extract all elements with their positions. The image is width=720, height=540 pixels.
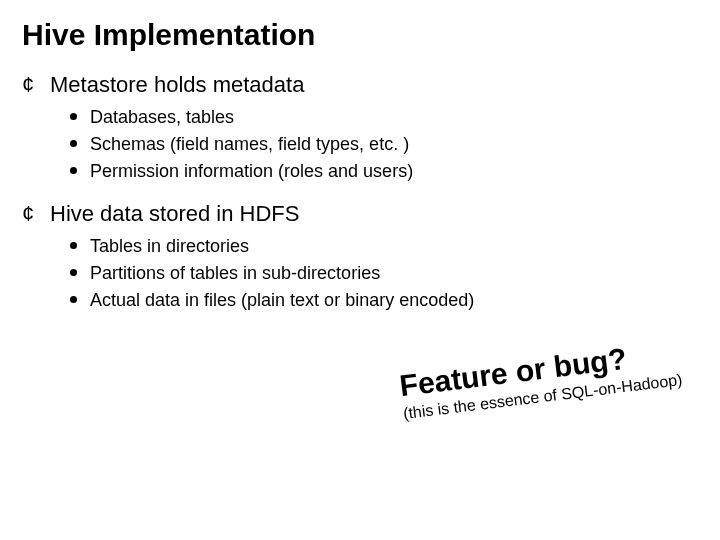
sub-bullet-text: Tables in directories — [90, 236, 249, 256]
bullet-list-level1: Metastore holds metadata Databases, tabl… — [22, 72, 698, 314]
bullet-list-level2: Tables in directories Partitions of tabl… — [66, 233, 698, 314]
bullet-text: Metastore holds metadata — [50, 72, 304, 97]
sub-bullet-item: Permission information (roles and users) — [66, 158, 698, 185]
slide: Hive Implementation Metastore holds meta… — [0, 0, 720, 540]
bullet-item: Hive data stored in HDFS Tables in direc… — [22, 201, 698, 314]
bullet-text: Hive data stored in HDFS — [50, 201, 299, 226]
sub-bullet-text: Schemas (field names, field types, etc. … — [90, 134, 409, 154]
sub-bullet-text: Partitions of tables in sub-directories — [90, 263, 380, 283]
callout: Feature or bug? (this is the essence of … — [398, 335, 684, 423]
sub-bullet-text: Databases, tables — [90, 107, 234, 127]
sub-bullet-text: Actual data in files (plain text or bina… — [90, 290, 474, 310]
sub-bullet-item: Tables in directories — [66, 233, 698, 260]
sub-bullet-text: Permission information (roles and users) — [90, 161, 413, 181]
sub-bullet-item: Actual data in files (plain text or bina… — [66, 287, 698, 314]
sub-bullet-item: Databases, tables — [66, 104, 698, 131]
bullet-list-level2: Databases, tables Schemas (field names, … — [66, 104, 698, 185]
sub-bullet-item: Partitions of tables in sub-directories — [66, 260, 698, 287]
slide-title: Hive Implementation — [22, 18, 698, 52]
sub-bullet-item: Schemas (field names, field types, etc. … — [66, 131, 698, 158]
bullet-item: Metastore holds metadata Databases, tabl… — [22, 72, 698, 185]
